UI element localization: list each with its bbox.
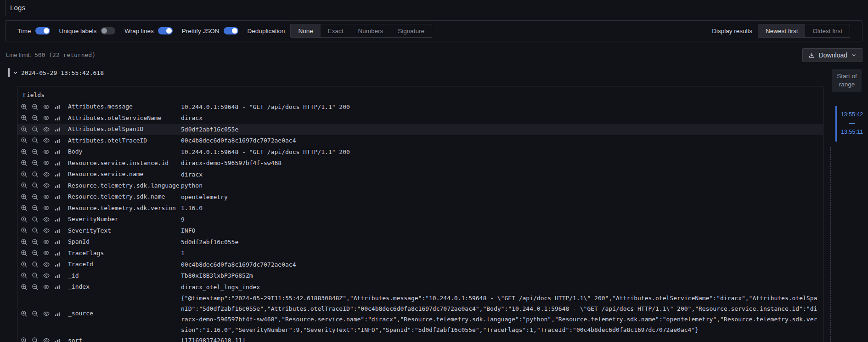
option-numbers[interactable]: Numbers [350,24,390,37]
range-separator: — [839,119,865,128]
eye-icon[interactable] [43,310,50,317]
eye-icon[interactable] [43,160,50,166]
magnifier-plus-icon[interactable] [21,114,28,121]
magnifier-plus-icon[interactable] [21,182,28,189]
option-oldest-first[interactable]: Oldest first [805,24,850,37]
field-actions [17,160,68,166]
toggle-switch[interactable] [101,27,115,34]
stats-bar-chart-icon[interactable] [54,216,61,222]
magnifier-minus-icon[interactable] [32,137,39,144]
magnifier-minus-icon[interactable] [32,160,39,166]
field-row: Resource.telemetry.sdk.language python [17,180,823,192]
stats-bar-chart-icon[interactable] [54,171,61,177]
magnifier-plus-icon[interactable] [21,310,28,317]
magnifier-minus-icon[interactable] [32,310,39,317]
magnifier-plus-icon[interactable] [21,126,28,133]
magnifier-minus-icon[interactable] [32,182,39,189]
stats-bar-chart-icon[interactable] [54,137,61,144]
download-button[interactable]: Download [802,48,862,62]
log-row[interactable]: 2024-05-29 13:55:42.618 [8,68,104,78]
stats-bar-chart-icon[interactable] [54,103,61,110]
magnifier-minus-icon[interactable] [32,126,39,133]
eye-icon[interactable] [43,114,50,121]
collapse-chevron-icon[interactable] [13,70,18,75]
stats-bar-chart-icon[interactable] [54,115,61,121]
magnifier-plus-icon[interactable] [21,239,28,245]
page-title: Logs [10,4,25,11]
magnifier-minus-icon[interactable] [32,261,39,268]
stats-bar-chart-icon[interactable] [54,239,61,245]
field-name: Resource.telemetry.sdk.language [68,180,181,192]
eye-icon[interactable] [43,337,50,342]
eye-icon[interactable] [43,126,50,133]
magnifier-minus-icon[interactable] [32,227,39,234]
magnifier-minus-icon[interactable] [32,114,39,121]
magnifier-minus-icon[interactable] [32,103,39,110]
panel-left-edge [5,0,6,16]
eye-icon[interactable] [43,194,50,200]
eye-icon[interactable] [43,182,50,189]
magnifier-plus-icon[interactable] [21,216,28,223]
option-exact[interactable]: Exact [321,24,351,37]
magnifier-minus-icon[interactable] [32,205,39,211]
eye-icon[interactable] [43,148,50,155]
stats-bar-chart-icon[interactable] [54,284,61,290]
magnifier-minus-icon[interactable] [32,337,39,342]
magnifier-plus-icon[interactable] [21,272,28,279]
magnifier-minus-icon[interactable] [32,171,39,178]
magnifier-minus-icon[interactable] [32,216,39,223]
eye-icon[interactable] [43,103,50,110]
magnifier-minus-icon[interactable] [32,148,39,155]
eye-icon[interactable] [43,272,50,279]
toggle-knob [232,28,237,34]
magnifier-plus-icon[interactable] [21,137,28,144]
eye-icon[interactable] [43,239,50,245]
option-signature[interactable]: Signature [390,24,432,37]
stats-bar-chart-icon[interactable] [54,148,61,155]
toggle-switch[interactable] [158,27,173,34]
magnifier-plus-icon[interactable] [21,103,28,110]
magnifier-plus-icon[interactable] [21,227,28,234]
toggle-switch[interactable] [35,27,50,34]
magnifier-plus-icon[interactable] [21,205,28,211]
eye-icon[interactable] [43,227,50,234]
stats-bar-chart-icon[interactable] [54,228,61,234]
eye-icon[interactable] [43,205,50,211]
eye-icon[interactable] [43,171,50,178]
stats-bar-chart-icon[interactable] [54,182,61,189]
eye-icon[interactable] [43,216,50,223]
stats-bar-chart-icon[interactable] [54,311,61,317]
eye-icon[interactable] [43,261,50,268]
magnifier-plus-icon[interactable] [21,194,28,200]
magnifier-plus-icon[interactable] [21,148,28,155]
stats-bar-chart-icon[interactable] [54,194,61,200]
stats-bar-chart-icon[interactable] [54,261,61,268]
field-row: sort [1716983742618,11] [17,335,823,342]
magnifier-minus-icon[interactable] [32,194,39,200]
magnifier-plus-icon[interactable] [21,337,28,342]
magnifier-plus-icon[interactable] [21,284,28,291]
magnifier-minus-icon[interactable] [32,272,39,279]
magnifier-plus-icon[interactable] [21,261,28,268]
magnifier-minus-icon[interactable] [32,239,39,245]
eye-icon[interactable] [43,250,50,256]
line-limit-label: Line limit: [6,51,31,58]
stats-bar-chart-icon[interactable] [54,250,61,256]
minimap-range-bar[interactable] [835,106,837,142]
stats-bar-chart-icon[interactable] [54,273,61,279]
eye-icon[interactable] [43,137,50,144]
magnifier-plus-icon[interactable] [21,250,28,256]
toggle-switch[interactable] [224,27,238,34]
eye-icon[interactable] [43,284,50,291]
stats-bar-chart-icon[interactable] [54,205,61,211]
magnifier-plus-icon[interactable] [21,160,28,166]
stats-bar-chart-icon[interactable] [54,126,61,132]
stats-bar-chart-icon[interactable] [54,337,61,342]
option-none[interactable]: None [291,24,320,37]
magnifier-minus-icon[interactable] [32,250,39,256]
stats-bar-chart-icon[interactable] [54,160,61,166]
magnifier-plus-icon[interactable] [21,171,28,178]
option-newest-first[interactable]: Newest first [758,24,806,37]
toggle-label: Unique labels [59,28,97,34]
magnifier-minus-icon[interactable] [32,284,39,291]
